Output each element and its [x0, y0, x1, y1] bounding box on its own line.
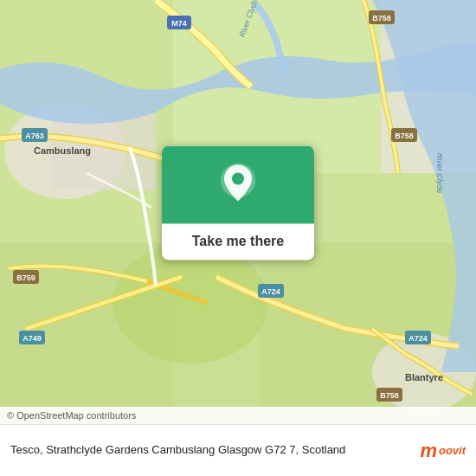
- moovit-logo: moovit: [420, 440, 466, 462]
- svg-text:A724: A724: [261, 287, 280, 296]
- card-header: [162, 145, 314, 223]
- attribution-text: © OpenStreetMap contributors: [7, 410, 136, 421]
- map-attribution: © OpenStreetMap contributors: [0, 407, 476, 424]
- moovit-wordmark: oovit: [439, 444, 466, 457]
- map-container: M74 A763 A749 B759 A724 A724 B758 B758 B…: [0, 0, 476, 424]
- location-name: Tesco, Strathclyde Gardens Cambuslang Gl…: [10, 442, 411, 458]
- bottom-panel: Tesco, Strathclyde Gardens Cambuslang Gl…: [0, 424, 476, 476]
- location-pin-icon: [217, 161, 259, 208]
- svg-text:Blantyre: Blantyre: [405, 372, 443, 383]
- svg-text:Cambuslang: Cambuslang: [34, 145, 91, 156]
- svg-text:A724: A724: [408, 334, 428, 343]
- take-me-there-button[interactable]: Take me there: [178, 223, 298, 260]
- svg-text:A749: A749: [23, 334, 42, 343]
- svg-text:B759: B759: [16, 273, 35, 282]
- svg-text:A763: A763: [25, 132, 44, 140]
- svg-text:M74: M74: [171, 19, 187, 28]
- svg-text:B758: B758: [372, 14, 391, 23]
- svg-text:River Clyde: River Clyde: [435, 153, 444, 194]
- take-me-there-card[interactable]: Take me there: [162, 145, 314, 260]
- svg-point-8: [113, 242, 268, 363]
- svg-point-33: [232, 172, 244, 184]
- svg-text:B758: B758: [395, 132, 414, 140]
- moovit-m-letter: m: [420, 440, 437, 462]
- svg-text:B758: B758: [380, 391, 399, 400]
